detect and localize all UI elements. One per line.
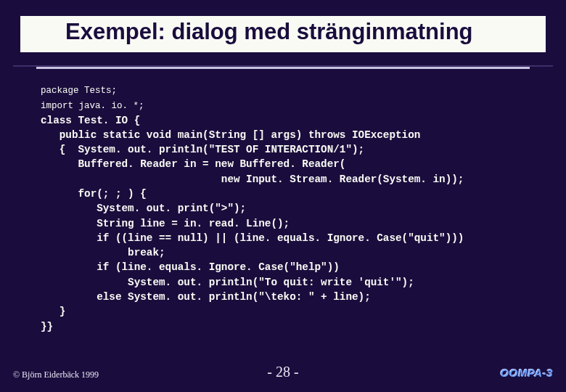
code-line: break; [41, 247, 165, 258]
code-line: { System. out. println("TEST OF INTERACT… [41, 144, 364, 155]
code-line: if (line. equals. Ignore. Case("help")) [41, 261, 340, 273]
code-line: if ((line == null) || (line. equals. Ign… [41, 232, 464, 244]
code-line: public static void main(String [] args) … [41, 129, 420, 141]
copyright: © Björn Eiderbäck 1999 [13, 369, 99, 380]
code-block: package Tests; import java. io. *; class… [0, 70, 566, 334]
brand-logo: OOMPA-3 [501, 367, 553, 379]
footer: © Björn Eiderbäck 1999 - 28 - OOMPA-3 [0, 364, 566, 380]
code-line: String line = in. read. Line(); [41, 218, 290, 229]
code-line: } [41, 306, 65, 317]
code-line: System. out. println("To quit: write 'qu… [41, 277, 414, 288]
slide: Exempel: dialog med stränginmatning pack… [0, 0, 566, 392]
code-line: for(; ; ) { [41, 188, 147, 200]
divider [13, 65, 553, 70]
divider-light [36, 67, 530, 69]
code-line: System. out. print(">"); [41, 203, 246, 214]
slide-title: Exempel: dialog med stränginmatning [20, 16, 546, 52]
code-line: }} [41, 321, 53, 332]
code-line: new Input. Stream. Reader(System. in)); [41, 173, 464, 185]
page-number: - 28 - [267, 364, 298, 380]
code-line: class Test. IO { [41, 115, 140, 126]
code-line: Buffered. Reader in = new Buffered. Read… [41, 158, 345, 170]
code-line: else System. out. println("\teko: " + li… [41, 291, 371, 303]
code-line: import java. io. *; [41, 101, 144, 111]
code-line: package Tests; [41, 86, 117, 96]
